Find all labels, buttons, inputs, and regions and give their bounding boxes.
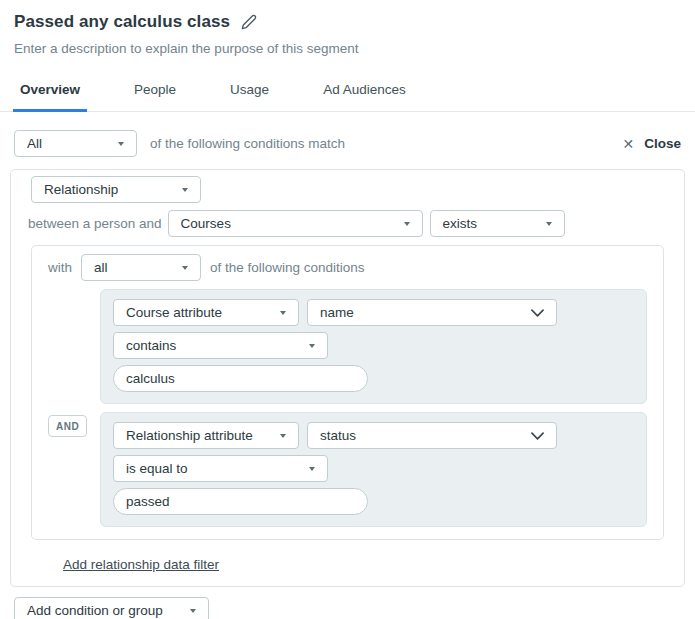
add-condition-or-group-button[interactable]: Add condition or group (14, 597, 209, 619)
attribute-name-value: name (320, 305, 354, 320)
relationship-operator-select[interactable]: exists (430, 210, 565, 237)
operator-select-1[interactable]: contains (113, 332, 328, 359)
caret-down-icon (404, 222, 410, 226)
pencil-icon (241, 14, 257, 30)
condition-type-value: Relationship (44, 182, 118, 197)
value-field-wrap-1 (113, 365, 368, 392)
segment-header: Passed any calculus class Enter a descri… (0, 0, 695, 56)
chevron-down-icon (531, 309, 544, 317)
chevron-down-icon (531, 432, 544, 440)
top-match-select-value: All (27, 136, 42, 151)
caret-down-icon (190, 609, 196, 613)
tab-ad-audiences[interactable]: Ad Audiences (316, 82, 413, 112)
top-match-select[interactable]: All (14, 130, 137, 157)
operator-value: contains (126, 338, 176, 353)
condition-card-1: Course attribute name contains (100, 289, 647, 404)
conditions-suffix-label: of the following conditions (210, 260, 365, 275)
attribute-name-select-2[interactable]: status (307, 422, 557, 449)
relationship-object-value: Courses (181, 216, 231, 231)
edit-title-button[interactable] (241, 14, 257, 30)
caret-down-icon (546, 222, 552, 226)
tab-people[interactable]: People (127, 82, 183, 112)
add-condition-label: Add condition or group (27, 603, 163, 618)
footer: Add condition or group (0, 587, 695, 619)
value-input-2[interactable] (126, 494, 355, 509)
condition-card-2: Relationship attribute status is equal t… (100, 412, 647, 527)
close-icon: ✕ (623, 137, 635, 151)
operator-value: is equal to (126, 461, 188, 476)
caret-down-icon (309, 467, 315, 471)
caret-down-icon (309, 344, 315, 348)
relationship-conditions-box: with all of the following conditions Cou… (31, 245, 664, 540)
add-relationship-data-filter-link[interactable]: Add relationship data filter (63, 557, 219, 572)
caret-down-icon (182, 188, 188, 192)
and-badge: AND (48, 415, 87, 437)
inner-match-value: all (94, 260, 108, 275)
condition-gutter (48, 289, 100, 404)
tab-usage[interactable]: Usage (223, 82, 276, 112)
caret-down-icon (280, 434, 286, 438)
tab-bar: Overview People Usage Ad Audiences (0, 82, 695, 112)
inner-match-select[interactable]: all (81, 254, 201, 281)
match-bar: All of the following conditions match ✕ … (0, 112, 695, 169)
attribute-type-value: Course attribute (126, 305, 222, 320)
attribute-type-value: Relationship attribute (126, 428, 253, 443)
caret-down-icon (118, 142, 124, 146)
relationship-operator-value: exists (443, 216, 478, 231)
operator-select-2[interactable]: is equal to (113, 455, 328, 482)
with-label: with (48, 260, 72, 275)
attribute-name-value: status (320, 428, 356, 443)
close-button[interactable]: ✕ Close (623, 136, 682, 151)
caret-down-icon (280, 311, 286, 315)
condition-row: Course attribute name contains (48, 289, 647, 404)
segment-description[interactable]: Enter a description to explain the purpo… (14, 41, 681, 56)
attribute-name-select-1[interactable]: name (307, 299, 557, 326)
value-field-wrap-2 (113, 488, 368, 515)
caret-down-icon (182, 266, 188, 270)
condition-group: Relationship between a person and Course… (10, 169, 685, 587)
attribute-type-select-1[interactable]: Course attribute (113, 299, 299, 326)
relationship-object-select[interactable]: Courses (168, 210, 423, 237)
match-text: of the following conditions match (150, 136, 345, 151)
condition-gutter: AND (48, 412, 100, 527)
attribute-type-select-2[interactable]: Relationship attribute (113, 422, 299, 449)
condition-type-select[interactable]: Relationship (31, 176, 201, 203)
tab-overview[interactable]: Overview (13, 82, 87, 112)
close-label: Close (644, 136, 681, 151)
value-input-1[interactable] (126, 371, 355, 386)
condition-row: AND Relationship attribute status (48, 412, 647, 527)
page-title: Passed any calculus class (14, 12, 230, 32)
between-label: between a person and (28, 216, 162, 231)
